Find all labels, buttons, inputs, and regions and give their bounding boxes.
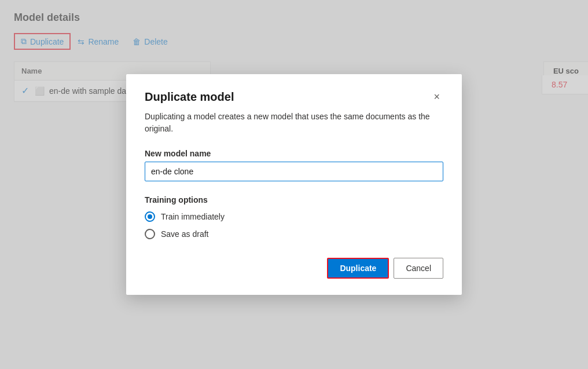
field-label: New model name — [145, 149, 443, 158]
radio-save-draft[interactable] — [145, 229, 155, 239]
modal-description: Duplicating a model creates a new model … — [145, 111, 443, 135]
radio-group: Train immediately Save as draft — [145, 211, 443, 239]
duplicate-modal: Duplicate model × Duplicating a model cr… — [126, 74, 462, 295]
modal-overlay: Duplicate model × Duplicating a model cr… — [0, 0, 588, 369]
radio-train-immediately[interactable] — [145, 211, 155, 222]
cancel-button[interactable]: Cancel — [394, 258, 443, 279]
modal-footer: Duplicate Cancel — [145, 258, 443, 279]
duplicate-confirm-button[interactable]: Duplicate — [327, 258, 389, 279]
modal-close-button[interactable]: × — [430, 90, 443, 103]
model-name-input[interactable] — [145, 162, 443, 181]
option-train-immediately[interactable]: Train immediately — [145, 211, 443, 222]
modal-header: Duplicate model × — [145, 90, 443, 104]
modal-title: Duplicate model — [145, 90, 234, 104]
train-immediately-label: Train immediately — [161, 212, 225, 221]
save-draft-label: Save as draft — [161, 229, 209, 239]
option-save-draft[interactable]: Save as draft — [145, 229, 443, 239]
training-options-label: Training options — [145, 195, 443, 204]
